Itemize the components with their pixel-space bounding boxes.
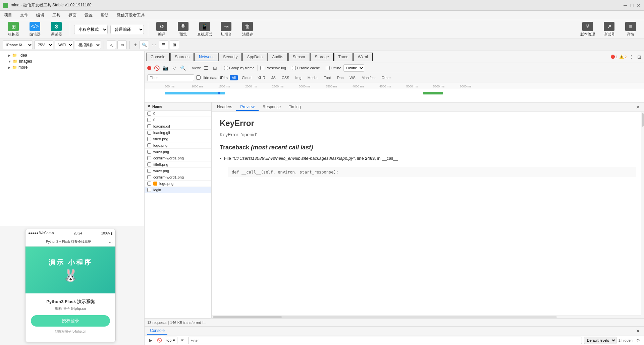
grid-btn[interactable]: ⊞ (170, 41, 179, 49)
filter-media[interactable]: Media (306, 75, 320, 80)
group-by-frame-checkbox[interactable] (224, 66, 228, 70)
console-no-op-btn[interactable]: 🚫 (156, 337, 163, 344)
list-item[interactable]: loading.gif (145, 130, 211, 136)
phone-nav-dots[interactable]: ··· (109, 239, 113, 245)
row-checkbox[interactable] (147, 112, 151, 116)
row-checkbox[interactable] (147, 137, 151, 141)
preview-tab-headers[interactable]: Headers (213, 104, 236, 111)
console-top-select[interactable]: top ▼ (165, 337, 177, 344)
menu-item-file[interactable]: 文件 (19, 12, 30, 19)
maximize-button[interactable]: □ (629, 3, 635, 8)
list-item[interactable]: 0 (145, 117, 211, 123)
dt-dock-btn[interactable]: ⊡ (636, 54, 643, 60)
filter-btn[interactable]: ▽ (171, 65, 177, 71)
more-btn[interactable]: + (134, 42, 137, 48)
list-item[interactable]: confirm-word1.png (145, 174, 211, 181)
detail-button[interactable]: ≡ 详情 (621, 21, 640, 38)
menu-item-edit[interactable]: 编辑 (35, 12, 46, 19)
menu-item-settings[interactable]: 设置 (83, 12, 94, 19)
preview-tab-timing[interactable]: Timing (285, 104, 305, 111)
list-view-btn[interactable]: ☰ (203, 65, 210, 71)
list-item[interactable]: loading.gif (145, 123, 211, 130)
dt-more-btn[interactable]: ⋮ (628, 54, 635, 60)
close-panel-btn[interactable]: ✕ (147, 104, 150, 109)
console-eye-btn[interactable]: 👁 (179, 337, 186, 344)
row-checkbox[interactable] (147, 156, 151, 160)
online-select[interactable]: Online (343, 64, 364, 72)
list-item[interactable]: title8.png (145, 136, 211, 142)
disable-cache-checkbox[interactable] (292, 66, 296, 70)
console-level-select[interactable]: Default levels (584, 337, 616, 344)
list-item[interactable]: title8.png (145, 161, 211, 168)
row-checkbox[interactable] (147, 131, 151, 135)
device-select[interactable]: iPhone 6/... (3, 41, 33, 49)
tab-trace[interactable]: Trace (334, 53, 353, 61)
preserve-log-checkbox[interactable] (260, 66, 264, 70)
menu-item-wechat-tools[interactable]: 微信开发者工具 (115, 12, 146, 19)
tab-audits[interactable]: Audits (267, 53, 288, 61)
console-tab-btn[interactable]: Console (147, 327, 167, 335)
row-checkbox[interactable] (147, 169, 151, 173)
editor-button[interactable]: </> 编辑器 (25, 21, 44, 38)
row-checkbox[interactable] (147, 188, 151, 192)
offline-checkbox[interactable] (326, 66, 330, 70)
menu-item-project[interactable]: 项目 (3, 12, 13, 19)
filter-other[interactable]: Other (380, 75, 393, 80)
filter-cloud[interactable]: Cloud (240, 75, 254, 80)
row-checkbox[interactable] (147, 150, 151, 154)
preview-close-btn[interactable]: ✕ (633, 105, 643, 110)
filter-font[interactable]: Font (322, 75, 333, 80)
list-item[interactable]: wave.png (145, 149, 211, 155)
console-nav-btn[interactable]: ▶ (147, 337, 154, 344)
search-btn[interactable]: 🔍 (140, 41, 149, 49)
row-checkbox[interactable] (147, 182, 151, 186)
preview-scrollbar[interactable] (641, 112, 644, 318)
mode-select[interactable]: 小程序模式 (74, 25, 108, 34)
filter-js[interactable]: JS (269, 75, 278, 80)
tree-item-more[interactable]: ▶ 📁 more (1, 64, 143, 70)
filter-input[interactable] (147, 74, 194, 81)
backend-button[interactable]: ⇥ 切后台 (217, 21, 235, 38)
filter-all[interactable]: All (230, 75, 238, 80)
tab-sensor[interactable]: Sensor (288, 53, 310, 61)
network-select[interactable]: WiFi (55, 41, 73, 49)
waterfall-view-btn[interactable]: ⊟ (212, 65, 218, 71)
tree-item-images[interactable]: ▼ 📁 images (1, 58, 143, 64)
camera-btn[interactable]: 📷 (162, 65, 169, 71)
console-gear-btn[interactable]: ⚙ (635, 337, 641, 344)
list-btn[interactable]: ☰ (159, 41, 168, 49)
audio-btn[interactable]: ◁ (107, 41, 116, 49)
console-close-btn[interactable]: ✕ (635, 328, 641, 334)
console-filter-input[interactable] (188, 337, 582, 344)
preview-button[interactable]: 👁 预览 (174, 21, 193, 38)
hide-data-urls-checkbox[interactable] (196, 75, 201, 80)
fullscreen-btn[interactable]: ▭ (117, 41, 127, 49)
compile-select[interactable]: 普通编译 (110, 25, 144, 34)
debugger-button[interactable]: ⚙ 调试器 (47, 21, 66, 38)
phone-login-button[interactable]: 授权登录 (31, 315, 110, 327)
real-debug-button[interactable]: 📱 真机调试 (195, 21, 214, 38)
filter-doc[interactable]: Doc (335, 75, 346, 80)
list-item-login[interactable]: login (145, 187, 211, 193)
clear-network-btn[interactable]: 🚫 (153, 65, 160, 71)
tab-network[interactable]: Network (194, 53, 218, 61)
row-checkbox[interactable] (147, 124, 151, 128)
row-checkbox[interactable] (147, 143, 151, 147)
test-id-button[interactable]: ↗ 测试号 (600, 21, 619, 38)
version-mgr-button[interactable]: ⑂ 版本管理 (578, 21, 597, 38)
preview-tab-response[interactable]: Response (259, 104, 285, 111)
filter-manifest[interactable]: Manifest (360, 75, 378, 80)
filter-xhr[interactable]: XHR (256, 75, 267, 80)
list-item[interactable]: confirm-word1.png (145, 155, 211, 161)
simulator-button[interactable]: ⊞ 模拟器 (4, 21, 23, 38)
minimize-button[interactable]: ─ (623, 3, 628, 8)
preview-tab-preview[interactable]: Preview (236, 104, 259, 111)
compile-button[interactable]: ↺ 编译 (152, 21, 171, 38)
operation-select[interactable]: 模拟操作 (75, 41, 101, 49)
search-network-btn[interactable]: 🔍 (179, 65, 186, 71)
menu-item-help[interactable]: 帮助 (99, 12, 110, 19)
tab-wxml[interactable]: Wxml (353, 53, 373, 61)
zoom-select[interactable]: 75% (34, 41, 53, 49)
tab-appdata[interactable]: AppData (242, 53, 267, 61)
list-item[interactable]: 0 (145, 111, 211, 117)
